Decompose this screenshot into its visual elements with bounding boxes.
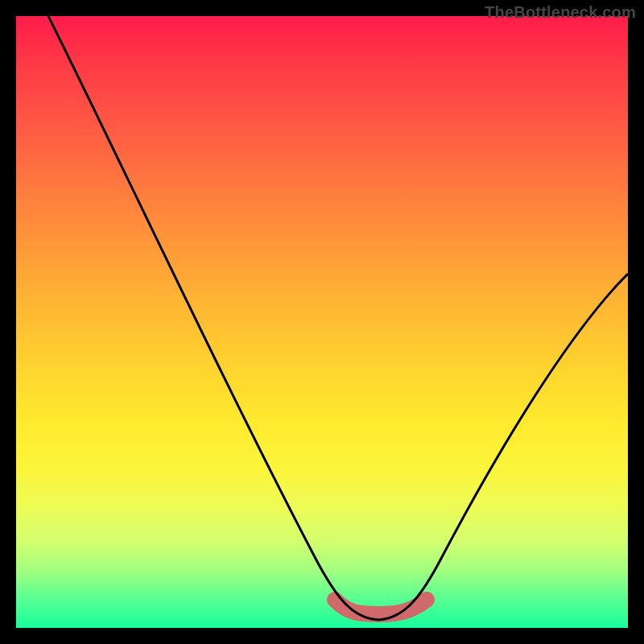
attribution-text: TheBottleneck.com: [485, 3, 636, 22]
plot-area: [16, 16, 628, 628]
curves-svg: [16, 16, 628, 628]
chart-stage: TheBottleneck.com: [0, 0, 644, 644]
bottleneck-curve: [48, 16, 628, 620]
